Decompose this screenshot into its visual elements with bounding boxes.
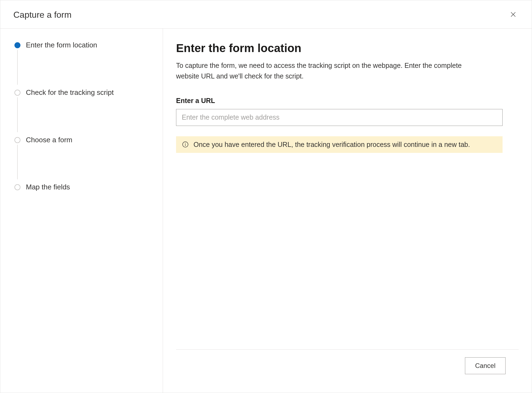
dialog-footer: Cancel (176, 349, 519, 382)
page-description: To capture the form, we need to access t… (176, 60, 481, 81)
steps-list: Enter the form location Check for the tr… (14, 41, 152, 192)
step-connector (17, 50, 18, 85)
dialog-header: Capture a form (0, 0, 532, 29)
step-label: Check for the tracking script (26, 88, 114, 96)
close-icon (510, 11, 516, 19)
url-field-label: Enter a URL (176, 97, 519, 105)
close-button[interactable] (508, 9, 519, 21)
step-check-tracking[interactable]: Check for the tracking script (14, 88, 152, 135)
step-label: Enter the form location (26, 41, 97, 49)
step-dot-icon (14, 184, 20, 190)
info-banner: Once you have entered the URL, the track… (176, 136, 503, 153)
info-text: Once you have entered the URL, the track… (194, 141, 470, 149)
dialog-title: Capture a form (13, 10, 71, 20)
dialog-body: Enter the form location Check for the tr… (0, 29, 532, 393)
step-map-fields[interactable]: Map the fields (14, 183, 152, 192)
step-connector (17, 145, 18, 180)
page-title: Enter the form location (176, 42, 519, 55)
url-input[interactable] (176, 109, 503, 126)
main-panel: Enter the form location To capture the f… (163, 29, 532, 393)
main-content: Enter the form location To capture the f… (176, 42, 519, 349)
step-dot-icon (14, 137, 20, 143)
capture-form-dialog: Capture a form Enter the form location C… (0, 0, 532, 393)
cancel-button[interactable]: Cancel (465, 357, 506, 374)
steps-sidebar: Enter the form location Check for the tr… (0, 29, 163, 393)
step-enter-location[interactable]: Enter the form location (14, 41, 152, 88)
step-choose-form[interactable]: Choose a form (14, 135, 152, 183)
step-label: Choose a form (26, 136, 72, 144)
info-icon (182, 141, 189, 148)
step-connector (17, 97, 18, 132)
step-label: Map the fields (26, 183, 70, 191)
step-dot-icon (14, 90, 20, 96)
step-dot-icon (14, 42, 20, 48)
